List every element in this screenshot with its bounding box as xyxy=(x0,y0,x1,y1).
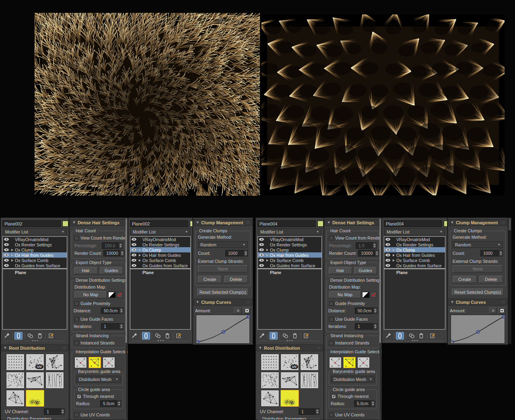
no-map-button[interactable]: No Map xyxy=(329,291,361,298)
modifier-row[interactable]: Ox Render Settings xyxy=(3,242,67,247)
distance-spinner[interactable]: 50.0cm xyxy=(355,307,377,314)
modifier-row[interactable]: Ox Guides from Surface xyxy=(258,263,321,268)
visibility-eye-icon[interactable] xyxy=(132,248,136,251)
visibility-eye-icon[interactable] xyxy=(4,238,9,241)
use-guide-faces-checkbox[interactable] xyxy=(329,317,334,322)
guide-selection-barycentric-icon[interactable] xyxy=(89,357,101,368)
dense-hair-settings-header[interactable]: ▼ Dense Hair Settings xyxy=(70,219,127,226)
modifier-row[interactable]: VRayOrnatrixMod xyxy=(3,237,67,242)
expand-arrow-icon[interactable] xyxy=(391,254,396,256)
map-preview-swatch[interactable] xyxy=(362,292,369,298)
instanced-strands-checkbox[interactable] xyxy=(329,341,334,345)
visibility-eye-icon[interactable] xyxy=(132,264,136,267)
reset-selected-clumps-button[interactable]: Reset Selected Clump(s) xyxy=(452,289,504,296)
guide-selection-barycentric-icon[interactable] xyxy=(343,357,356,368)
modifier-row[interactable]: Ox Clump xyxy=(258,247,321,252)
make-unique-icon[interactable] xyxy=(26,332,34,340)
panel-scrollbar[interactable] xyxy=(379,219,381,419)
visibility-eye-icon[interactable] xyxy=(385,264,390,267)
modifier-row[interactable]: VRayOrnatrixMod xyxy=(258,237,321,242)
visibility-eye-icon[interactable] xyxy=(385,243,390,246)
expand-arrow-icon[interactable] xyxy=(10,254,14,256)
guide-proximity-checkbox[interactable] xyxy=(329,301,334,306)
configure-modifier-sets-icon[interactable] xyxy=(47,332,56,340)
show-end-result-button[interactable] xyxy=(142,332,150,340)
modifier-row[interactable]: Ox Clump xyxy=(3,247,67,252)
amount-curve-widget[interactable] xyxy=(451,315,505,344)
map-enable-button[interactable] xyxy=(371,292,377,298)
root-distribution-rollout-header[interactable]: ▼ Root Distribution ∷ xyxy=(1,344,68,351)
use-uv-coords-checkbox[interactable] xyxy=(74,413,79,417)
visibility-eye-icon[interactable] xyxy=(4,243,9,246)
modifier-row[interactable]: Ox Guides from Surface xyxy=(384,263,445,268)
modifier-row[interactable]: Ox Surface Comb xyxy=(3,258,67,263)
modifier-list-dropdown[interactable]: Modifier List ▼ xyxy=(130,228,190,235)
visibility-eye-icon[interactable] xyxy=(259,243,264,246)
modifier-row-selected[interactable]: Ox Clump xyxy=(130,247,190,252)
object-color-swatch[interactable] xyxy=(444,221,447,227)
modifier-row[interactable]: Ox Render Settings xyxy=(384,242,445,247)
guide-selection-circle-icon[interactable] xyxy=(103,357,115,368)
hair-button[interactable]: Hair xyxy=(74,267,98,274)
view-count-from-render-checkbox[interactable] xyxy=(329,236,334,240)
through-nearest-checkbox[interactable] xyxy=(77,394,81,399)
visibility-eye-icon[interactable] xyxy=(132,254,136,256)
remove-modifier-icon[interactable] xyxy=(417,332,425,340)
distribution-mode-thumb[interactable] xyxy=(300,354,319,371)
distribution-mode-thumb[interactable] xyxy=(26,390,44,407)
panel-scrollbar[interactable] xyxy=(126,219,127,419)
guide-selection-segment-icon[interactable] xyxy=(329,357,342,368)
clump-curves-header[interactable]: ▼ Clump Curves ∷ xyxy=(194,299,252,305)
distribution-mode-thumb[interactable] xyxy=(6,390,25,407)
object-color-swatch[interactable] xyxy=(190,221,193,227)
count-spinner[interactable]: 1000 xyxy=(480,250,503,256)
distribution-mode-thumb[interactable] xyxy=(300,372,319,389)
panel-resize-grip[interactable] xyxy=(259,341,320,344)
create-button[interactable]: Create xyxy=(198,276,222,283)
visibility-eye-icon[interactable] xyxy=(4,264,9,267)
curve-reset-button[interactable]: ✕ xyxy=(234,307,242,314)
show-end-result-button[interactable] xyxy=(396,332,404,340)
object-color-swatch[interactable] xyxy=(62,221,68,227)
pin-stack-icon[interactable] xyxy=(3,332,11,340)
create-button[interactable]: Create xyxy=(453,276,477,283)
distribution-mesh-dropdown[interactable]: Distribution Mesh▼ xyxy=(76,376,121,383)
modifier-row[interactable]: Ox Render Settings xyxy=(130,242,190,247)
clump-management-header[interactable]: ▼ Clump Management ∷ xyxy=(194,219,252,226)
generate-method-dropdown[interactable]: Random▼ xyxy=(453,241,503,248)
modifier-row[interactable]: Ox Surface Comb xyxy=(130,258,190,263)
visibility-eye-icon[interactable] xyxy=(259,248,264,251)
modifier-row-selected[interactable]: Ox Clump xyxy=(384,247,445,252)
panel-resize-grip[interactable] xyxy=(385,341,444,343)
clump-curves-header[interactable]: ▼ Clump Curves ∷ xyxy=(448,299,507,305)
expand-arrow-icon[interactable] xyxy=(391,259,396,262)
guides-button[interactable]: Guides xyxy=(100,267,124,274)
panel-resize-grip[interactable] xyxy=(132,341,189,344)
root-distribution-rollout-header[interactable]: ▼ Root Distribution ∷ xyxy=(256,344,323,351)
no-map-button[interactable]: No Map xyxy=(74,291,107,298)
clump-management-header[interactable]: ▼ Clump Management ∷ xyxy=(448,219,507,226)
curve-expand-button[interactable] xyxy=(498,307,506,314)
distribution-mode-thumb[interactable] xyxy=(45,372,64,389)
amount-curve-widget[interactable] xyxy=(196,315,250,344)
dense-hair-settings-header[interactable]: ▼ Dense Hair Settings xyxy=(325,219,381,226)
delete-button[interactable]: Delete xyxy=(224,276,248,283)
instanced-strands-checkbox[interactable] xyxy=(74,341,79,345)
use-guide-faces-checkbox[interactable] xyxy=(74,317,79,322)
modifier-row[interactable]: Ox Hair from Guides xyxy=(384,252,445,258)
hair-button[interactable]: Hair xyxy=(329,267,352,274)
guides-button[interactable]: Guides xyxy=(354,267,377,274)
visibility-eye-icon[interactable] xyxy=(385,238,390,241)
count-spinner[interactable]: 1000 xyxy=(225,250,248,256)
visibility-eye-icon[interactable] xyxy=(4,248,9,251)
distribution-mode-thumb[interactable] xyxy=(6,372,25,389)
object-name-input[interactable] xyxy=(384,220,442,227)
expand-arrow-icon[interactable] xyxy=(10,249,14,251)
distance-spinner[interactable]: 50.0cm xyxy=(101,307,124,314)
guide-proximity-checkbox[interactable] xyxy=(74,301,79,306)
modifier-row[interactable]: Ox Surface Comb xyxy=(258,258,321,263)
object-name-input[interactable] xyxy=(2,220,61,227)
visibility-eye-icon[interactable] xyxy=(259,259,264,262)
modifier-list-dropdown[interactable]: Modifier List ▼ xyxy=(384,228,445,235)
distribution-mesh-dropdown[interactable]: Distribution Mesh▼ xyxy=(331,376,375,383)
